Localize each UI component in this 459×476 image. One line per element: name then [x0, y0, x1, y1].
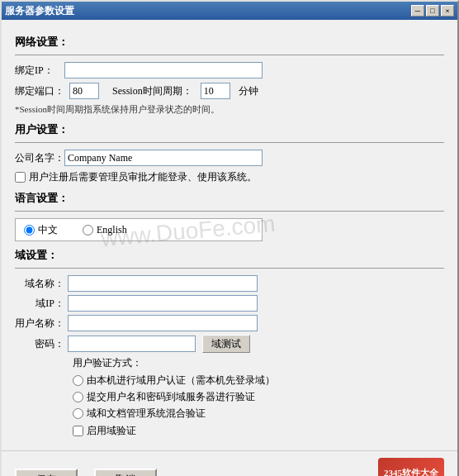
minimize-button[interactable]: ─: [411, 5, 424, 17]
window-content: www.DuoFe.com 网络设置： 绑定IP： 绑定端口： Session时…: [2, 20, 457, 476]
domain-ip-input[interactable]: [68, 295, 258, 312]
logo-area: 2345软件大全 国内最安全的软件站: [370, 458, 444, 476]
user-section-title: 用户设置：: [15, 122, 444, 137]
language-box: 中文 English: [15, 218, 263, 241]
domain-divider: [15, 268, 444, 269]
logo-image: 2345软件大全: [378, 458, 444, 476]
auth-title: 用户验证方式：: [73, 356, 444, 370]
bind-ip-input[interactable]: [64, 62, 263, 79]
company-label: 公司名字：: [15, 151, 64, 165]
company-input[interactable]: [64, 150, 263, 166]
auth-option-1-row: 由本机进行域用户认证（需本机先登录域）: [73, 374, 444, 388]
title-bar: 服务器参数设置 ─ □ ×: [2, 2, 457, 20]
network-divider: [15, 55, 444, 55]
auth-radio-2[interactable]: [73, 392, 83, 402]
approval-row: 用户注册后需要管理员审批才能登录、使用该系统。: [15, 170, 444, 184]
auth-radio-1[interactable]: [73, 375, 83, 386]
username-label: 用户名称：: [15, 317, 64, 331]
domain-test-button[interactable]: 域测试: [202, 335, 250, 353]
bind-port-label: 绑定端口：: [15, 84, 64, 98]
content-area: 网络设置： 绑定IP： 绑定端口： Session时间周期： 分钟 *Sessi…: [2, 20, 457, 450]
domain-ip-label: 域IP：: [15, 297, 64, 311]
enable-domain-label: 启用域验证: [87, 424, 136, 438]
footer-buttons: 保存 取消: [15, 469, 157, 476]
enable-domain-checkbox[interactable]: [73, 426, 83, 436]
bind-port-input[interactable]: [69, 83, 99, 99]
english-label: English: [97, 224, 127, 236]
english-radio-label[interactable]: English: [83, 224, 127, 236]
enable-domain-row: 启用域验证: [73, 424, 444, 438]
language-divider: [15, 211, 444, 212]
title-bar-buttons: ─ □ ×: [411, 5, 454, 17]
auth-option-3-row: 域和文档管理系统混合验证: [73, 407, 444, 421]
password-label: 密码：: [15, 337, 64, 351]
user-divider: [15, 142, 444, 143]
username-row: 用户名称：: [15, 315, 444, 331]
session-note: *Session时间周期指系统保持用户登录状态的时间。: [15, 103, 444, 116]
password-row: 密码： 域测试: [15, 335, 444, 353]
maximize-button[interactable]: □: [426, 5, 439, 17]
domain-name-label: 域名称：: [15, 277, 64, 291]
port-session-row: 绑定端口： Session时间周期： 分钟: [15, 83, 444, 99]
auth-option-3-label: 域和文档管理系统混合验证: [87, 407, 206, 421]
company-row: 公司名字：: [15, 150, 444, 166]
username-input[interactable]: [68, 315, 258, 331]
chinese-label: 中文: [38, 223, 58, 237]
language-section-title: 语言设置：: [15, 191, 444, 206]
language-row: 中文 English: [15, 218, 444, 241]
bind-ip-row: 绑定IP：: [15, 62, 444, 79]
session-unit: 分钟: [239, 84, 258, 98]
password-input[interactable]: [68, 336, 196, 352]
approval-checkbox[interactable]: [15, 172, 26, 183]
logo-text: 2345软件大全: [384, 467, 438, 477]
domain-form: 域名称： 域IP： 用户名称： 密码： 域测试: [15, 275, 444, 353]
session-label: Session时间周期：: [112, 84, 192, 98]
close-button[interactable]: ×: [441, 5, 454, 17]
chinese-radio[interactable]: [24, 225, 35, 236]
domain-name-input[interactable]: [68, 275, 258, 292]
auth-radio-3[interactable]: [73, 408, 83, 419]
cancel-button[interactable]: 取消: [94, 469, 157, 476]
chinese-radio-label[interactable]: 中文: [24, 223, 58, 237]
domain-section-title: 域设置：: [15, 248, 444, 263]
window-title: 服务器参数设置: [5, 4, 74, 18]
auth-option-1-label: 由本机进行域用户认证（需本机先登录域）: [87, 374, 275, 388]
auth-option-2-row: 提交用户名和密码到域服务器进行验证: [73, 390, 444, 404]
english-radio[interactable]: [83, 225, 93, 236]
approval-label: 用户注册后需要管理员审批才能登录、使用该系统。: [29, 170, 257, 184]
auth-section: 用户验证方式： 由本机进行域用户认证（需本机先登录域） 提交用户名和密码到域服务…: [73, 356, 444, 438]
auth-option-2-label: 提交用户名和密码到域服务器进行验证: [87, 390, 255, 404]
network-section-title: 网络设置：: [15, 35, 444, 50]
footer-area: 保存 取消 2345软件大全 国内最安全的软件站: [2, 450, 457, 476]
domain-name-row: 域名称：: [15, 275, 444, 292]
main-window: 服务器参数设置 ─ □ × www.DuoFe.com 网络设置： 绑定IP： …: [0, 0, 459, 476]
session-input[interactable]: [201, 83, 230, 99]
save-button[interactable]: 保存: [15, 469, 78, 476]
bind-ip-label: 绑定IP：: [15, 64, 64, 78]
domain-ip-row: 域IP：: [15, 295, 444, 312]
